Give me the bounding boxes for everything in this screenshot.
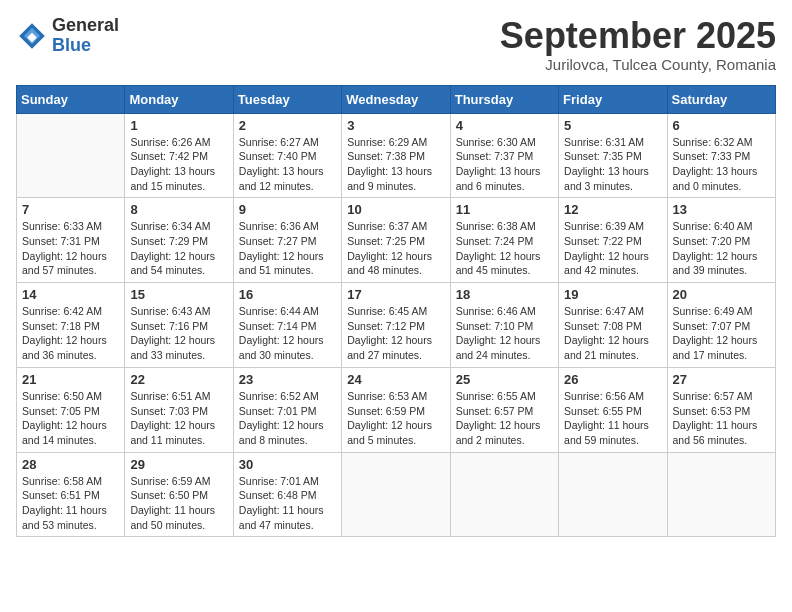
day-header-saturday: Saturday [667,85,775,113]
day-info: Sunrise: 6:46 AMSunset: 7:10 PMDaylight:… [456,304,553,363]
day-number: 30 [239,457,336,472]
day-number: 27 [673,372,770,387]
day-number: 3 [347,118,444,133]
day-info: Sunrise: 6:39 AMSunset: 7:22 PMDaylight:… [564,219,661,278]
calendar-cell: 14Sunrise: 6:42 AMSunset: 7:18 PMDayligh… [17,283,125,368]
day-info: Sunrise: 6:42 AMSunset: 7:18 PMDaylight:… [22,304,119,363]
day-info: Sunrise: 6:43 AMSunset: 7:16 PMDaylight:… [130,304,227,363]
day-number: 25 [456,372,553,387]
day-info: Sunrise: 6:59 AMSunset: 6:50 PMDaylight:… [130,474,227,533]
day-header-friday: Friday [559,85,667,113]
calendar-cell: 5Sunrise: 6:31 AMSunset: 7:35 PMDaylight… [559,113,667,198]
calendar-cell: 17Sunrise: 6:45 AMSunset: 7:12 PMDayligh… [342,283,450,368]
calendar-cell: 19Sunrise: 6:47 AMSunset: 7:08 PMDayligh… [559,283,667,368]
day-info: Sunrise: 6:45 AMSunset: 7:12 PMDaylight:… [347,304,444,363]
day-info: Sunrise: 6:58 AMSunset: 6:51 PMDaylight:… [22,474,119,533]
day-number: 7 [22,202,119,217]
day-info: Sunrise: 6:27 AMSunset: 7:40 PMDaylight:… [239,135,336,194]
calendar-cell: 3Sunrise: 6:29 AMSunset: 7:38 PMDaylight… [342,113,450,198]
day-number: 20 [673,287,770,302]
day-info: Sunrise: 6:57 AMSunset: 6:53 PMDaylight:… [673,389,770,448]
day-number: 4 [456,118,553,133]
page-header: General Blue September 2025 Jurilovca, T… [16,16,776,73]
day-number: 24 [347,372,444,387]
calendar-cell: 29Sunrise: 6:59 AMSunset: 6:50 PMDayligh… [125,452,233,537]
calendar-week-1: 1Sunrise: 6:26 AMSunset: 7:42 PMDaylight… [17,113,776,198]
day-info: Sunrise: 6:55 AMSunset: 6:57 PMDaylight:… [456,389,553,448]
day-header-wednesday: Wednesday [342,85,450,113]
calendar-week-2: 7Sunrise: 6:33 AMSunset: 7:31 PMDaylight… [17,198,776,283]
calendar-cell: 12Sunrise: 6:39 AMSunset: 7:22 PMDayligh… [559,198,667,283]
day-info: Sunrise: 6:26 AMSunset: 7:42 PMDaylight:… [130,135,227,194]
day-info: Sunrise: 6:40 AMSunset: 7:20 PMDaylight:… [673,219,770,278]
calendar-cell: 8Sunrise: 6:34 AMSunset: 7:29 PMDaylight… [125,198,233,283]
calendar-cell: 11Sunrise: 6:38 AMSunset: 7:24 PMDayligh… [450,198,558,283]
day-number: 23 [239,372,336,387]
day-header-thursday: Thursday [450,85,558,113]
day-info: Sunrise: 6:36 AMSunset: 7:27 PMDaylight:… [239,219,336,278]
day-number: 19 [564,287,661,302]
calendar-week-5: 28Sunrise: 6:58 AMSunset: 6:51 PMDayligh… [17,452,776,537]
day-info: Sunrise: 6:44 AMSunset: 7:14 PMDaylight:… [239,304,336,363]
location-subtitle: Jurilovca, Tulcea County, Romania [500,56,776,73]
day-number: 5 [564,118,661,133]
day-header-tuesday: Tuesday [233,85,341,113]
day-info: Sunrise: 6:30 AMSunset: 7:37 PMDaylight:… [456,135,553,194]
calendar-cell: 30Sunrise: 7:01 AMSunset: 6:48 PMDayligh… [233,452,341,537]
day-info: Sunrise: 7:01 AMSunset: 6:48 PMDaylight:… [239,474,336,533]
calendar-cell: 18Sunrise: 6:46 AMSunset: 7:10 PMDayligh… [450,283,558,368]
day-info: Sunrise: 6:56 AMSunset: 6:55 PMDaylight:… [564,389,661,448]
day-info: Sunrise: 6:52 AMSunset: 7:01 PMDaylight:… [239,389,336,448]
day-info: Sunrise: 6:50 AMSunset: 7:05 PMDaylight:… [22,389,119,448]
calendar-cell: 23Sunrise: 6:52 AMSunset: 7:01 PMDayligh… [233,367,341,452]
calendar-cell: 13Sunrise: 6:40 AMSunset: 7:20 PMDayligh… [667,198,775,283]
day-info: Sunrise: 6:47 AMSunset: 7:08 PMDaylight:… [564,304,661,363]
calendar-table: SundayMondayTuesdayWednesdayThursdayFrid… [16,85,776,538]
day-number: 8 [130,202,227,217]
day-info: Sunrise: 6:49 AMSunset: 7:07 PMDaylight:… [673,304,770,363]
day-number: 11 [456,202,553,217]
calendar-cell: 6Sunrise: 6:32 AMSunset: 7:33 PMDaylight… [667,113,775,198]
calendar-cell: 24Sunrise: 6:53 AMSunset: 6:59 PMDayligh… [342,367,450,452]
day-info: Sunrise: 6:37 AMSunset: 7:25 PMDaylight:… [347,219,444,278]
day-number: 21 [22,372,119,387]
day-number: 10 [347,202,444,217]
logo-text: General Blue [52,16,119,56]
day-info: Sunrise: 6:31 AMSunset: 7:35 PMDaylight:… [564,135,661,194]
day-number: 2 [239,118,336,133]
day-number: 9 [239,202,336,217]
logo: General Blue [16,16,119,56]
day-number: 15 [130,287,227,302]
day-number: 6 [673,118,770,133]
calendar-cell: 10Sunrise: 6:37 AMSunset: 7:25 PMDayligh… [342,198,450,283]
calendar-cell: 27Sunrise: 6:57 AMSunset: 6:53 PMDayligh… [667,367,775,452]
day-number: 14 [22,287,119,302]
calendar-cell [342,452,450,537]
day-number: 16 [239,287,336,302]
calendar-cell: 25Sunrise: 6:55 AMSunset: 6:57 PMDayligh… [450,367,558,452]
day-info: Sunrise: 6:38 AMSunset: 7:24 PMDaylight:… [456,219,553,278]
day-number: 12 [564,202,661,217]
calendar-header-row: SundayMondayTuesdayWednesdayThursdayFrid… [17,85,776,113]
day-info: Sunrise: 6:33 AMSunset: 7:31 PMDaylight:… [22,219,119,278]
calendar-cell: 4Sunrise: 6:30 AMSunset: 7:37 PMDaylight… [450,113,558,198]
day-number: 28 [22,457,119,472]
calendar-cell: 20Sunrise: 6:49 AMSunset: 7:07 PMDayligh… [667,283,775,368]
day-info: Sunrise: 6:51 AMSunset: 7:03 PMDaylight:… [130,389,227,448]
day-info: Sunrise: 6:34 AMSunset: 7:29 PMDaylight:… [130,219,227,278]
day-number: 13 [673,202,770,217]
calendar-week-4: 21Sunrise: 6:50 AMSunset: 7:05 PMDayligh… [17,367,776,452]
calendar-cell: 26Sunrise: 6:56 AMSunset: 6:55 PMDayligh… [559,367,667,452]
logo-icon [16,20,48,52]
day-header-sunday: Sunday [17,85,125,113]
month-title: September 2025 [500,16,776,56]
day-header-monday: Monday [125,85,233,113]
logo-blue: Blue [52,36,119,56]
calendar-cell [667,452,775,537]
calendar-cell: 2Sunrise: 6:27 AMSunset: 7:40 PMDaylight… [233,113,341,198]
day-number: 29 [130,457,227,472]
calendar-cell: 28Sunrise: 6:58 AMSunset: 6:51 PMDayligh… [17,452,125,537]
calendar-cell: 15Sunrise: 6:43 AMSunset: 7:16 PMDayligh… [125,283,233,368]
calendar-cell [17,113,125,198]
day-number: 1 [130,118,227,133]
